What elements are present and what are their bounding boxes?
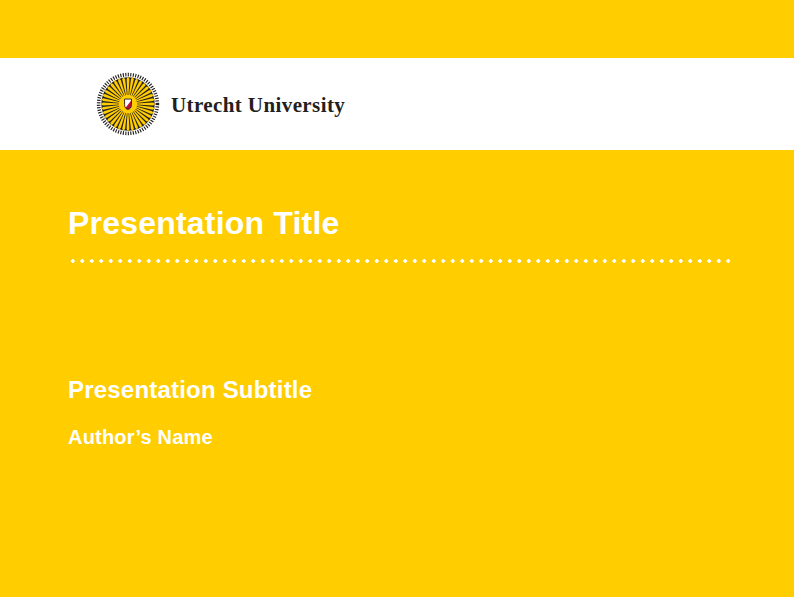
logo-band: Utrecht University — [0, 58, 794, 150]
utrecht-university-logo: Utrecht University — [95, 71, 345, 137]
presentation-title-slide: Utrecht University Presentation Title Pr… — [0, 0, 794, 597]
university-name: Utrecht University — [171, 93, 345, 118]
presentation-subtitle: Presentation Subtitle — [68, 378, 312, 402]
author-name: Author’s Name — [68, 427, 213, 447]
utrecht-university-sun-icon — [95, 71, 161, 137]
presentation-title: Presentation Title — [68, 207, 340, 239]
dotted-separator — [68, 259, 730, 263]
